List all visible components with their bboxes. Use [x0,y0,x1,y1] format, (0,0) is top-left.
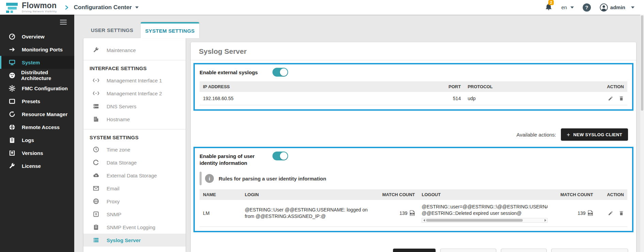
submenu-item-label: SNMP Event Logging [107,224,155,230]
sidebar-item-logs[interactable]: Logs [0,133,74,146]
flowmon-logo-icon [6,2,18,13]
clipboard-icon [9,137,16,143]
sidebar-item-license[interactable]: License [0,159,74,172]
sidebar-item-system[interactable]: System [0,56,74,69]
submenu-item-label: Proxy [107,199,120,204]
info-accent-bar [200,172,202,185]
sidebar-item-label: Versions [22,150,43,156]
sidebar-item-versions[interactable]: Versions [0,146,74,159]
delete-icon[interactable] [619,96,624,101]
refresh-match-count-button[interactable]: REFRESH MATCH COUNT [551,249,628,252]
identity-parsing-section: Enable parsing of user identity informat… [193,147,633,232]
language-label: en [561,4,567,10]
monitor-icon [9,59,16,66]
server-icon [92,103,100,110]
new-syslog-client-button[interactable]: + NEW SYSLOG CLIENT [561,128,628,141]
submenu-item-dns-servers[interactable]: DNS Servers [83,100,186,113]
rule-example-button[interactable]: RULE EXAMPLE [440,249,496,252]
wrench-icon [9,162,16,169]
delete-icon[interactable] [619,210,624,216]
submenu-item-management-interface-1[interactable]: Management Interface 1 [83,74,186,87]
submenu-item-data-storage[interactable]: Data Storage [83,156,186,169]
sidebar-item-distributed-architecture[interactable]: Distributed Architecture [0,69,74,82]
tab-user-settings[interactable]: USER SETTINGS [83,22,141,38]
txt-file-icon[interactable]: TXT [588,210,593,216]
column-header-match-count: MATCH COUNT [372,189,419,200]
scrollbar-thumb[interactable] [426,219,523,222]
info-text: Rules for parsing a user identity inform… [219,176,326,182]
submenu-item-snmp-event-logging[interactable]: SNMP Event Logging [83,221,186,234]
vertical-scrollbar[interactable] [640,15,644,252]
edit-icon[interactable] [608,210,613,216]
toggle-label: Enable external syslogs [200,68,272,76]
sidebar-item-fmc-configuration[interactable]: FMC Configuration [0,82,74,95]
brand-name: Flowmon [22,2,57,10]
submenu-item-maintenance[interactable]: Maintenance [83,44,186,57]
chevron-down-icon [135,6,139,9]
user-menu[interactable]: admin [600,3,634,12]
tab-system-settings[interactable]: SYSTEM SETTINGS [141,22,199,38]
sidebar-item-presets[interactable]: Presets [0,95,74,108]
notifications-button[interactable]: 2 [545,3,552,12]
divider [83,60,186,60]
submenu-item-label: Management Interface 1 [107,78,162,83]
column-header-match-count-2: MATCH COUNT [551,189,596,200]
rules-actions-row: Available actions: + NEW RULE RULE EXAMP… [191,249,636,252]
submenu-item-email[interactable]: Email [83,182,186,195]
info-icon: i [205,174,214,183]
submenu-item-management-interface-2[interactable]: Management Interface 2 [83,87,186,100]
system-settings-menu: Maintenance INTERFACE SETTINGS Managemen… [83,38,186,252]
sidebar-item-label: Resource Manager [22,111,67,117]
sidebar-item-remote-access[interactable]: Remote Access [0,121,74,133]
submenu-item-hostname[interactable]: Hostname [83,113,186,126]
submenu-item-label: SNMP [107,211,121,217]
submenu-section-interface: INTERFACE SETTINGS [83,62,186,74]
column-header-logout: LOGOUT [418,189,551,200]
submenu-item-snmp[interactable]: SNMP [83,208,186,221]
scroll-left-icon[interactable] [422,219,426,222]
sidebar-item-monitoring-ports[interactable]: Monitoring Ports [0,43,74,56]
edit-icon[interactable] [608,96,613,101]
submenu-item-syslog-server[interactable]: Syslog Server [83,234,186,247]
scrollbar-thumb[interactable] [641,15,643,111]
column-header-port: PORT [437,81,464,92]
sidebar-item-overview[interactable]: Overview [0,30,74,43]
syslog-server-panel: Syslog Server Enable external syslogs IP… [191,42,636,252]
main-sidebar: Overview Monitoring Ports System Distrib… [0,15,74,252]
breadcrumb[interactable]: Configuration Center [74,4,139,11]
submenu-item-time-zone[interactable]: Time zone [83,143,186,156]
sidebar-item-label: Presets [22,98,40,104]
txt-file-icon[interactable]: TXT [410,210,415,216]
syslog-clients-table: IP ADDRESS PORT PROTOCOL ACTION 192.168.… [200,81,627,105]
language-selector[interactable]: en [561,4,574,10]
cell-login-pattern: @ESTRING::User @@ESTRING:USERNAME: logge… [241,200,372,226]
wrench-icon [92,47,100,53]
menu-toggle-button[interactable] [60,18,67,26]
column-header-name: NAME [200,189,241,200]
test-rule-button[interactable]: TEST RULE [501,249,547,252]
submenu-item-external-data-storage[interactable]: External Data Storage [83,169,186,182]
submenu-item-proxy[interactable]: Proxy [83,195,186,208]
gauge-icon [9,33,16,40]
enable-external-syslogs-toggle[interactable] [272,68,288,77]
enable-identity-parsing-toggle[interactable] [272,152,288,160]
new-rule-button[interactable]: + NEW RULE [393,249,436,252]
external-syslogs-section: Enable external syslogs IP ADDRESS PORT … [193,63,633,111]
chevron-down-icon [570,6,574,9]
envelope-icon [92,185,100,192]
horizontal-scrollbar[interactable] [422,218,548,223]
nodes-icon [9,72,16,79]
cycle-icon [92,159,100,166]
available-actions-label: Available actions: [517,132,556,138]
help-button[interactable]: ? [583,3,591,12]
cell-port: 514 [437,92,464,105]
scroll-right-icon[interactable] [543,219,547,222]
syslog-stack-icon [92,237,100,243]
submenu-item-label: Data Storage [107,160,137,166]
cloud-upload-icon [92,172,100,179]
button-label: NEW SYSLOG CLIENT [573,132,622,137]
flowmon-logo[interactable]: Flowmon Driving Network Visibility [6,2,57,13]
cell-logout-match-count: 139 [578,210,585,216]
submenu-item-label: Syslog Server [107,237,141,243]
sidebar-item-resource-manager[interactable]: Resource Manager [0,108,74,121]
